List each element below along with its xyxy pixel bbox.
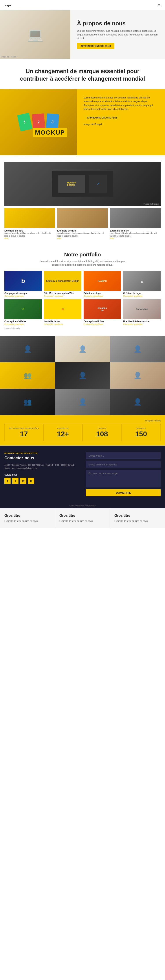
card-sub-2: Pilot bbox=[57, 237, 108, 240]
brand-section-heading: Un changement de marque essentiel pour c… bbox=[0, 59, 165, 89]
contact-submit-button[interactable]: SOUMETTRE bbox=[86, 489, 160, 496]
photo-cell-2: 👤 bbox=[55, 336, 110, 362]
footer-item-1: Gros titre Exemple de texte du pied de p… bbox=[55, 508, 110, 528]
photo-cell-6: 👤 bbox=[110, 362, 165, 389]
portfolio-item-4: 🌿 Conception d'affiche Conception graphi… bbox=[5, 299, 42, 325]
stat-item-2: CLIENTS 108 bbox=[82, 423, 122, 441]
footer-title-2: Gros titre bbox=[114, 514, 160, 518]
portfolio-description: Lorem ipsum dolor sit amet, consectetur … bbox=[38, 259, 127, 267]
photo-cell-8: 👤 bbox=[55, 389, 110, 415]
portfolio-label-1: Site Web de conception Web bbox=[44, 291, 81, 295]
footer-text-0: Exemple de texte du pied de page bbox=[5, 519, 51, 523]
portfolio-item-1: Strategy & Management Design Site Web de… bbox=[44, 271, 81, 297]
portfolio-label-4: Conception d'affiche bbox=[5, 319, 42, 323]
footer-title-1: Gros titre bbox=[59, 514, 105, 518]
card-desc-2: Sample text Cliic nisi labo ut aliqua to… bbox=[57, 232, 108, 237]
portfolio-sub-7: Conception graphique bbox=[123, 323, 160, 325]
stat-value-2: 108 bbox=[85, 430, 119, 438]
card-title-2: Exemple de titre bbox=[57, 229, 108, 232]
photo-cell-7: 👥 bbox=[0, 389, 55, 415]
stat-item-1: ANNÉES DE 12+ bbox=[44, 423, 83, 441]
contact-email-input[interactable] bbox=[86, 461, 160, 468]
youtube-icon[interactable]: ▶ bbox=[28, 478, 34, 484]
mockup-image: 1 2 3 MOCKUP bbox=[0, 89, 77, 155]
contact-title: Contactez-nous bbox=[5, 456, 79, 460]
hamburger-icon[interactable]: ≡ bbox=[158, 3, 160, 8]
portfolio-img-6: Créationde bbox=[84, 299, 121, 319]
portfolio-item-2: HAMDAN Création de logo Conception graph… bbox=[84, 271, 121, 297]
card-item-2: Exemple de titre Sample text Cliic nisi … bbox=[57, 208, 108, 241]
portfolio-img-4: 🌿 bbox=[5, 299, 42, 319]
social-label: Suivez-nous bbox=[5, 474, 79, 476]
portfolio-img-5: 🍊 bbox=[44, 299, 81, 319]
navbar: logo ≡ bbox=[0, 0, 165, 10]
portfolio-sub-3: Conception graphique bbox=[123, 295, 160, 297]
photo-cell-5: 👤 bbox=[55, 362, 110, 389]
portfolio-sub-2: Conception graphique bbox=[84, 295, 121, 297]
portfolio-sub-0: Conception graphique bbox=[5, 295, 42, 297]
brand-heading: Un changement de marque essentiel pour c… bbox=[13, 68, 152, 83]
card-item-1: Exemple de titre Sample text Cliic nisi … bbox=[5, 208, 55, 241]
portfolio-grid: b Campagne de marque Conception graphiqu… bbox=[5, 271, 160, 325]
hero-cta-button[interactable]: APPRENDRE ENCORE PLUS bbox=[77, 43, 114, 49]
social-icons-row: f t in ▶ bbox=[5, 478, 79, 484]
portfolio-label-7: Une identité d'entreprise bbox=[123, 319, 160, 323]
footer-title-0: Gros titre bbox=[5, 514, 51, 518]
card-sub-1: Pilot bbox=[5, 237, 55, 240]
cards-image-credit: Image de Freepik bbox=[143, 203, 159, 205]
portfolio-item-7: Conception Une identité d'entreprise Con… bbox=[123, 299, 160, 325]
newsletter-label: REJOIGNEZ NOTRE NEWSLETTER bbox=[5, 452, 79, 454]
linkedin-icon[interactable]: in bbox=[20, 478, 26, 484]
stats-image-credit: Image de Freepik bbox=[5, 420, 160, 422]
stat-value-0: 17 bbox=[7, 430, 41, 438]
hero-section: 💻 Image de Freepik À propos de nous Ut e… bbox=[0, 10, 165, 59]
stat-item-3: PROJETS 150 bbox=[122, 423, 161, 441]
mockup-image-container: 1 2 3 MOCKUP bbox=[0, 89, 77, 155]
portfolio-img-2: HAMDAN bbox=[84, 271, 121, 291]
contact-message-input[interactable] bbox=[86, 470, 160, 487]
photo-cell-9: 👤 bbox=[110, 389, 165, 415]
stat-value-1: 12+ bbox=[46, 430, 80, 438]
portfolio-item-5: 🍊 bouteille de jus Conception graphique bbox=[44, 299, 81, 325]
hero-image: 💻 Image de Freepik bbox=[0, 10, 70, 59]
portfolio-img-0: b bbox=[5, 271, 42, 291]
contact-address: 1048 57 Spencer Avenue, CH, 456 7890 Lun… bbox=[5, 463, 79, 470]
portfolio-section: Notre portfolio Lorem ipsum dolor sit am… bbox=[0, 245, 165, 336]
card-title-3: Exemple de titre bbox=[110, 229, 160, 232]
portfolio-item-0: b Campagne de marque Conception graphiqu… bbox=[5, 271, 42, 297]
footer-text-2: Exemple de texte du pied de page bbox=[114, 519, 160, 523]
mockup-section: 1 2 3 MOCKUP Lorem ipsum dolor sit amet,… bbox=[0, 89, 165, 155]
facebook-icon[interactable]: f bbox=[5, 478, 11, 484]
portfolio-item-3: △ Création de logo Conception graphique bbox=[123, 271, 160, 297]
portfolio-header: Notre portfolio Lorem ipsum dolor sit am… bbox=[5, 251, 160, 267]
card-title-1: Exemple de titre bbox=[5, 229, 55, 232]
card-desc-3: Sample text Cliic nisi labo ut aliqua to… bbox=[110, 232, 160, 237]
portfolio-label-5: bouteille de jus bbox=[44, 319, 81, 323]
stats-grid: RÉCOMPENSES REMPORTÉES 17 ANNÉES DE 12+ … bbox=[5, 423, 160, 441]
portfolio-image-credit: Image de Freepik bbox=[5, 327, 160, 329]
portfolio-img-1: Strategy & Management Design bbox=[44, 271, 81, 291]
photo-grid-section: 👤 👤 👤 👥 👤 👤 bbox=[0, 336, 165, 415]
stat-item-0: RÉCOMPENSES REMPORTÉES 17 bbox=[5, 423, 44, 441]
card-sub-3: Pilot bbox=[110, 237, 160, 240]
portfolio-img-7: Conception bbox=[123, 299, 160, 319]
footer-item-0: Gros titre Exemple de texte du pied de p… bbox=[0, 508, 55, 528]
portfolio-label-2: Création de logo bbox=[84, 291, 121, 295]
portfolio-sub-5: Conception graphique bbox=[44, 323, 81, 325]
hero-image-credit: Image de Freepik bbox=[1, 56, 16, 58]
contact-form: SOUMETTRE bbox=[86, 452, 160, 496]
contact-info-panel: REJOIGNEZ NOTRE NEWSLETTER Contactez-nou… bbox=[5, 452, 79, 496]
mockup-cta-button[interactable]: APPRENDRE ENCORE PLUS bbox=[84, 115, 121, 121]
footer-item-2: Gros titre Exemple de texte du pied de p… bbox=[110, 508, 165, 528]
footer: Gros titre Exemple de texte du pied de p… bbox=[0, 508, 165, 528]
twitter-icon[interactable]: t bbox=[12, 478, 19, 484]
contact-name-input[interactable] bbox=[86, 452, 160, 459]
contact-footer-note: ©2024 Politique de confidentialité bbox=[0, 503, 165, 508]
hero-content: À propos de nous Ut enim ad minim veniam… bbox=[70, 13, 165, 56]
photo-cell-3: 👤 bbox=[110, 336, 165, 362]
logo: logo bbox=[5, 3, 11, 7]
mockup-image-credit: Image de Freepik bbox=[84, 123, 159, 126]
portfolio-label-3: Création de logo bbox=[123, 291, 160, 295]
portfolio-label-6: Conception d'icône bbox=[84, 319, 121, 323]
portfolio-label-0: Campagne de marque bbox=[5, 291, 42, 295]
